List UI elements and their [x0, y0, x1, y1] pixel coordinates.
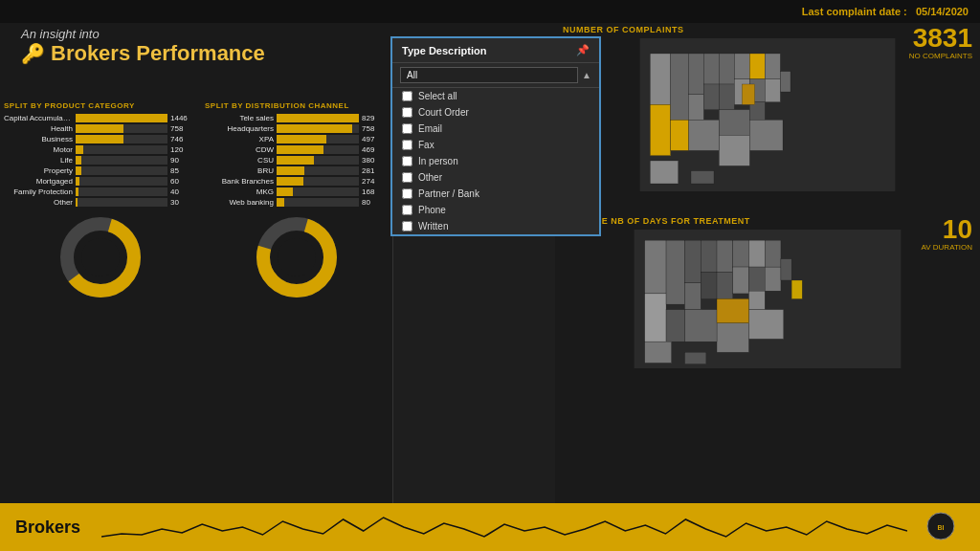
svg-rect-52	[685, 310, 717, 342]
dropdown-checkbox[interactable]	[402, 172, 412, 183]
product-bar-value: 746	[170, 135, 197, 143]
svg-rect-28	[749, 120, 783, 150]
product-bar-row: Health 758	[4, 124, 197, 133]
dropdown-item[interactable]: In person	[392, 153, 599, 169]
dist-bar-fill	[277, 114, 359, 122]
dropdown-item-label: Other	[418, 172, 442, 183]
dropdown-checkbox[interactable]	[402, 91, 412, 101]
dist-bar-row: Headquarters 758	[205, 124, 389, 133]
dist-bar-value: 281	[362, 166, 389, 175]
product-bar-row: Motor 120	[4, 145, 197, 154]
dropdown-item-label: Select all	[418, 91, 457, 101]
product-bar-fill	[76, 187, 78, 196]
complaints-map-section: NUMBER OF COMPLAINTS 3831 NO COMPLAINTS	[563, 25, 972, 216]
dist-bar-fill	[277, 198, 284, 207]
dropdown-checkbox[interactable]	[402, 221, 412, 231]
dist-bar-value: 758	[362, 124, 389, 133]
svg-rect-42	[733, 240, 749, 267]
dist-bar-track	[277, 187, 359, 196]
dropdown-item[interactable]: Email	[392, 121, 599, 137]
dropdown-checkbox[interactable]	[402, 140, 412, 150]
product-category-title: SPLIT BY PRODUCT CATEGORY	[4, 101, 197, 110]
dist-channel-panel: SPLIT BY DISTRIBUTION CHANNEL Tele sales…	[201, 17, 392, 503]
svg-rect-31	[742, 84, 754, 104]
dropdown-search-input[interactable]	[400, 67, 578, 83]
dist-bar-row: MKG 168	[205, 187, 389, 196]
svg-rect-29	[650, 161, 678, 184]
dropdown-item-label: In person	[418, 156, 458, 166]
product-bar-label: Family Protection	[4, 187, 73, 196]
svg-rect-43	[733, 267, 749, 294]
product-bar-value: 758	[170, 124, 197, 133]
product-bar-value: 120	[170, 145, 197, 154]
dist-bar-value: 168	[362, 187, 389, 196]
bottom-logo: BI	[917, 512, 965, 542]
product-bar-label: Health	[4, 124, 73, 133]
svg-rect-35	[666, 240, 685, 304]
dist-bar-value: 469	[362, 145, 389, 154]
product-bar-value: 1446	[170, 114, 197, 122]
dist-bar-label: BRU	[205, 166, 274, 175]
svg-rect-18	[749, 54, 765, 79]
dist-bar-label: Bank Branches	[205, 177, 274, 186]
dropdown-checkbox[interactable]	[402, 188, 412, 199]
product-bar-fill	[76, 135, 123, 143]
dist-bar-track	[277, 156, 359, 165]
dist-bar-track	[277, 177, 359, 186]
product-bar-row: Capital Accumulati... 1446	[4, 114, 197, 122]
dist-bar-row: Tele sales 829	[205, 114, 389, 122]
dist-channel-title: SPLIT BY DISTRIBUTION CHANNEL	[205, 101, 389, 110]
dropdown-checkbox[interactable]	[402, 123, 412, 134]
dropdown-item[interactable]: Fax	[392, 137, 599, 153]
dropdown-checkbox[interactable]	[402, 205, 412, 215]
left-panel: SPLIT BY PRODUCT CATEGORY Capital Accumu…	[0, 17, 201, 503]
dist-bar-fill	[277, 135, 326, 143]
product-bar-track	[76, 135, 167, 143]
dropdown-item-label: Phone	[418, 205, 446, 215]
right-donut	[205, 214, 389, 300]
dropdown-item-label: Court Order	[418, 107, 469, 118]
dropdown-item[interactable]: Other	[392, 169, 599, 186]
dropdown-item[interactable]: Written	[392, 218, 599, 234]
product-bar-fill	[76, 198, 78, 207]
dist-bar-track	[277, 124, 359, 133]
dropdown-item[interactable]: Select all	[392, 88, 599, 104]
product-bar-label: Business	[4, 135, 73, 143]
dropdown-checkbox[interactable]	[402, 107, 412, 118]
dist-bar-value: 380	[362, 156, 389, 165]
svg-rect-58	[791, 280, 802, 299]
dist-bar-fill	[277, 177, 303, 186]
dist-bar-fill	[277, 145, 323, 154]
product-bar-value: 40	[170, 187, 197, 196]
svg-rect-14	[719, 54, 734, 84]
product-bar-value: 85	[170, 166, 197, 175]
product-bar-label: Capital Accumulati...	[4, 114, 73, 122]
dist-bar-row: Web banking 80	[205, 198, 389, 207]
svg-rect-10	[688, 54, 703, 95]
svg-rect-7	[650, 54, 670, 104]
dropdown-item[interactable]: Court Order	[392, 104, 599, 121]
product-bar-row: Property 85	[4, 166, 197, 175]
dropdown-checkbox[interactable]	[402, 156, 412, 166]
dist-bar-fill	[277, 124, 352, 133]
dropdown-item-label: Written	[418, 221, 449, 231]
svg-rect-51	[717, 323, 748, 353]
svg-rect-56	[685, 352, 706, 364]
svg-rect-48	[781, 259, 791, 280]
dist-bars: Tele sales 829 Headquarters 758 XPA 497 …	[205, 114, 389, 207]
svg-rect-55	[645, 342, 672, 363]
product-bar-value: 60	[170, 177, 197, 186]
dist-bar-fill	[277, 187, 293, 196]
svg-rect-33	[645, 240, 666, 294]
complaints-number: 3831	[909, 25, 972, 52]
svg-rect-11	[688, 95, 703, 121]
pin-icon[interactable]: 📌	[576, 44, 590, 56]
svg-point-2	[81, 238, 120, 276]
duration-stat: 10 AV DURATION	[922, 216, 972, 252]
dist-bar-label: CDW	[205, 145, 274, 154]
dist-bar-label: MKG	[205, 187, 274, 196]
dropdown-item-label: Fax	[418, 140, 434, 150]
dropdown-item[interactable]: Phone	[392, 202, 599, 218]
type-description-dropdown[interactable]: Type Description 📌 ▲ Select all Court Or…	[390, 36, 601, 236]
dropdown-item[interactable]: Partner / Bank	[392, 186, 599, 202]
